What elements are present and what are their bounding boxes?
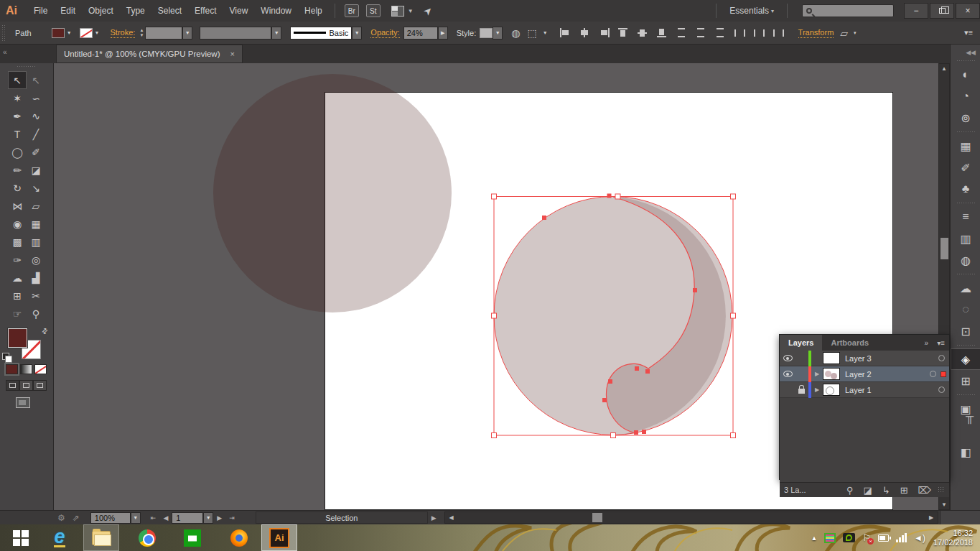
close-tab-icon[interactable]: × — [230, 50, 234, 58]
pencil-tool-icon[interactable]: ✏ — [8, 161, 27, 179]
make-clip-mask-icon[interactable]: ◪ — [859, 485, 877, 496]
delete-selection-icon[interactable]: ⌦ — [913, 485, 936, 496]
stroke-color-swatch[interactable] — [80, 28, 93, 38]
selection-tool-icon[interactable]: ↖ — [8, 71, 27, 89]
align-horizontal-center-icon[interactable] — [579, 28, 590, 37]
distribute-top-icon[interactable] — [676, 28, 687, 37]
artboards-panel-icon[interactable]: ⊞ — [951, 370, 980, 392]
status-expand-icon[interactable]: ▶ — [431, 514, 437, 522]
lock-toggle[interactable] — [795, 386, 807, 394]
paintbrush-tool-icon[interactable]: ✐ — [27, 143, 45, 161]
chevron-down-icon[interactable]: ▾ — [851, 30, 859, 36]
chevron-down-icon[interactable]: ▼ — [65, 30, 74, 35]
zoom-level-field[interactable]: 100% — [90, 512, 131, 524]
gradient-tool-icon[interactable]: ▥ — [27, 233, 45, 251]
battery-icon[interactable] — [878, 534, 889, 542]
close-button[interactable]: × — [956, 3, 980, 19]
tab-layers[interactable]: Layers — [780, 335, 822, 351]
brushes-panel-icon[interactable]: ✐ — [951, 157, 980, 178]
distribute-bottom-icon[interactable] — [715, 28, 726, 37]
layer-row[interactable]: Layer 3 — [780, 351, 949, 366]
perspective-grid-tool-icon[interactable]: ▦ — [27, 215, 45, 233]
last-artboard-icon[interactable]: ⇥ — [229, 514, 235, 522]
selection-indicator[interactable] — [941, 371, 946, 377]
chevron-down-icon[interactable]: ▼ — [541, 30, 550, 35]
align-left-icon[interactable] — [560, 28, 571, 37]
scroll-right-icon[interactable]: ▶ — [926, 514, 936, 521]
scroll-up-icon[interactable]: ▲ — [939, 65, 949, 72]
select-similar-icon[interactable]: ⬚ — [527, 27, 536, 39]
lasso-tool-icon[interactable]: ∽ — [27, 89, 45, 107]
screen-mode-button[interactable] — [16, 397, 30, 408]
opacity-field[interactable]: 24% — [403, 27, 438, 40]
distribute-left-icon[interactable] — [734, 28, 745, 37]
visibility-toggle[interactable] — [780, 371, 795, 377]
stroke-weight-field[interactable] — [145, 27, 182, 40]
restore-button[interactable] — [930, 3, 954, 19]
draw-behind-button[interactable] — [19, 380, 33, 391]
style-swatch[interactable] — [480, 28, 493, 38]
panel-grip[interactable] — [1, 24, 6, 42]
menu-item[interactable]: Window — [254, 0, 298, 22]
sync-settings-icon[interactable]: ⚙ — [57, 513, 65, 523]
next-artboard-icon[interactable]: ▶ — [217, 514, 222, 522]
align-vertical-center-icon[interactable] — [638, 28, 648, 37]
network-signal-icon[interactable] — [896, 533, 907, 542]
layer-thumbnail[interactable] — [823, 368, 840, 380]
target-circle-icon[interactable] — [938, 386, 945, 393]
ellipse-tool-icon[interactable]: ◯ — [8, 143, 27, 161]
control-panel-menu-icon[interactable]: ▾≡ — [964, 28, 973, 37]
eyedropper-tool-icon[interactable]: ✑ — [8, 251, 27, 269]
horizontal-scroll-thumb[interactable] — [592, 513, 602, 522]
menu-item[interactable]: Object — [82, 0, 120, 22]
blend-tool-icon[interactable]: ◎ — [27, 251, 45, 269]
menu-item[interactable]: Select — [151, 0, 188, 22]
align-right-icon[interactable] — [599, 28, 610, 37]
eraser-tool-icon[interactable]: ◪ — [27, 161, 45, 179]
hidden-icons-expand[interactable]: ▲ — [811, 534, 817, 542]
microsoft-store-icon[interactable] — [174, 524, 210, 551]
new-layer-icon[interactable]: ⊞ — [895, 485, 913, 496]
menu-item[interactable]: Edit — [54, 0, 82, 22]
mesh-tool-icon[interactable]: ▩ — [8, 233, 27, 251]
clock[interactable]: 16:32 17/02/2018 — [933, 529, 973, 547]
scroll-tabs-icon[interactable]: « — [3, 48, 7, 56]
first-artboard-icon[interactable]: ⇤ — [151, 514, 157, 522]
width-tool-icon[interactable]: ⋈ — [8, 197, 27, 215]
magic-wand-tool-icon[interactable]: ✶ — [8, 89, 27, 107]
stroke-weight-dropdown[interactable]: ▼ — [182, 27, 192, 40]
style-dropdown[interactable]: ▼ — [493, 27, 503, 40]
align-bottom-icon[interactable] — [657, 28, 668, 37]
menu-item[interactable]: View — [223, 0, 255, 22]
menu-item[interactable]: Type — [120, 0, 151, 22]
direct-selection-tool-icon[interactable]: ↖ — [27, 71, 45, 89]
menu-item[interactable]: Effect — [188, 0, 223, 22]
tab-artboards[interactable]: Artboards — [822, 335, 877, 351]
color-button[interactable] — [6, 364, 18, 374]
chevron-down-icon[interactable]: ▼ — [408, 8, 414, 14]
opacity-label[interactable]: Opacity: — [370, 28, 399, 38]
start-button[interactable] — [3, 524, 39, 551]
brush-definition-dropdown[interactable]: ▼ — [352, 27, 362, 40]
column-graph-tool-icon[interactable]: ▟ — [27, 269, 45, 287]
appearance-panel-icon[interactable]: ◌ — [951, 299, 980, 320]
layer-name[interactable]: Layer 1 — [845, 386, 938, 394]
illustrator-taskbar-icon[interactable]: Ai — [261, 524, 297, 551]
stock-button[interactable]: St — [366, 4, 381, 17]
firefox-icon[interactable] — [221, 524, 257, 551]
draw-normal-button[interactable] — [6, 380, 19, 391]
menu-item[interactable]: File — [27, 0, 54, 22]
resize-grip[interactable] — [938, 486, 945, 494]
menu-item[interactable]: Help — [298, 0, 329, 22]
type-tool-icon[interactable]: T — [8, 125, 27, 143]
swap-fill-stroke-icon[interactable]: ⇄ — [39, 326, 50, 336]
internet-explorer-icon[interactable]: e — [42, 524, 78, 551]
distribute-horizontal-center-icon[interactable] — [754, 28, 765, 37]
layer-row[interactable]: ▶ Layer 1 — [780, 382, 949, 398]
distribute-right-icon[interactable] — [773, 28, 784, 37]
brush-definition-field[interactable]: Basic — [290, 27, 352, 40]
horizontal-scrollbar[interactable]: ◀ ▶ — [444, 511, 938, 524]
layer-thumbnail[interactable] — [823, 352, 840, 364]
chrome-icon[interactable] — [129, 524, 165, 551]
file-explorer-icon[interactable] — [83, 524, 119, 551]
